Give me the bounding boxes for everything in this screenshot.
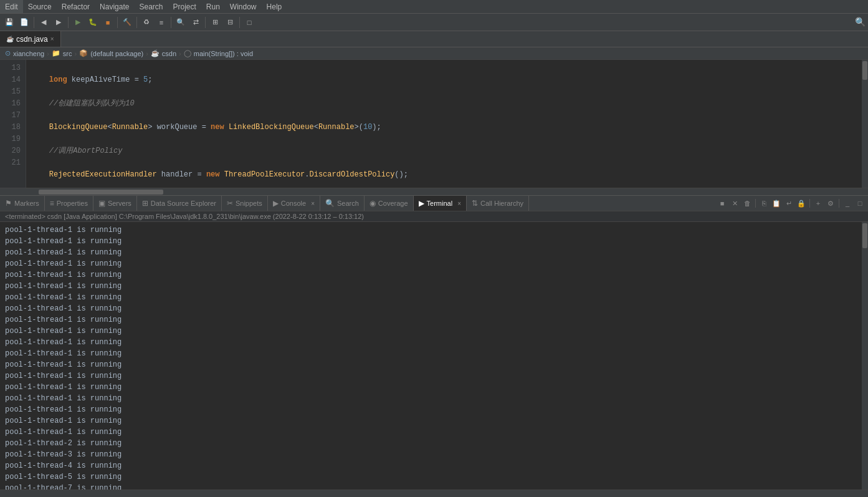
separator-1 [34,17,34,28]
toolbar-run[interactable]: ▶ [71,16,85,29]
h-scrollbar[interactable] [0,188,868,195]
editor-scrollbar-thumb[interactable] [862,61,867,80]
terminal-line: pool-1-thread-1 is running [5,427,857,438]
code-line-13: long keepAliveTime = 5; [31,74,862,86]
panel-tab-datasource[interactable]: ⊞ Data Source Explorer [137,196,222,211]
toolbar-save[interactable]: 💾 [2,16,16,29]
tab-close-btn[interactable]: × [50,36,54,42]
panel-tab-console[interactable]: ▶ Console × [268,196,320,211]
panel-tab-properties-label: Properties [57,200,88,207]
toolbar-search-code[interactable]: 🔍 [174,16,188,29]
panel-tab-terminal[interactable]: ▶ Terminal × [414,196,467,211]
terminal-line: pool-1-thread-1 is running [5,393,857,404]
panel-tab-coverage-label: Coverage [378,200,408,207]
terminal-line: pool-1-thread-1 is running [5,326,857,337]
terminal-output[interactable]: pool-1-thread-1 is runningpool-1-thread-… [0,222,862,490]
menu-window[interactable]: Window [225,0,262,13]
terminal-icon: ▶ [419,199,424,208]
terminal-line: pool-1-thread-1 is running [5,337,857,348]
separator-5 [171,17,171,28]
terminal-line: pool-1-thread-1 is running [5,258,857,269]
separator-6 [205,17,206,28]
panel-tab-servers[interactable]: ▣ Servers [93,196,137,211]
panel-tab-servers-label: Servers [108,200,131,207]
panel-settings-btn[interactable]: ⚙ [825,198,836,209]
toolbar-refactor[interactable]: ♻ [140,16,153,29]
terminal-scrollbar[interactable] [862,222,868,490]
menu-project[interactable]: Project [168,0,201,13]
toolbar: 💾 📄 ◀ ▶ ▶ 🐛 ■ 🔨 ♻ ≡ 🔍 ⇄ ⊞ ⊟ □ 🔍 [0,14,868,31]
menu-source[interactable]: Source [23,0,57,13]
panel-tab-callhierarchy[interactable]: ⇅ Call Hierarchy [467,196,529,211]
menu-search[interactable]: Search [134,0,168,13]
terminal-close[interactable]: × [457,200,461,207]
panel-tab-markers[interactable]: ⚑ Markers [0,196,45,211]
toolbar-debug[interactable]: 🐛 [86,16,100,29]
h-scrollbar-track[interactable] [1,190,867,195]
tab-csdn-java[interactable]: ☕ csdn.java × [0,31,61,47]
terminal-line: pool-1-thread-1 is running [5,281,857,292]
tab-label: csdn.java [16,35,48,44]
panel-tab-coverage[interactable]: ◉ Coverage [365,196,414,211]
panel-tab-terminal-label: Terminal [427,200,453,207]
toolbar-stop[interactable]: ■ [101,16,115,29]
panel-terminate-btn[interactable]: ■ [717,198,728,209]
h-scrollbar-thumb[interactable] [39,190,163,195]
panel-new-btn[interactable]: + [813,198,824,209]
code-content[interactable]: long keepAliveTime = 5; //创建阻塞队列队列为10 Bl… [26,60,862,188]
console-close[interactable]: × [311,200,315,207]
sep-p2 [809,199,810,208]
toolbar-back[interactable]: ◀ [37,16,50,29]
panel-tabs: ⚑ Markers ≡ Properties ▣ Servers ⊞ Data … [0,195,868,211]
terminal-line: pool-1-thread-1 is running [5,314,857,326]
editor-section: 13 14 15 16 17 18 19 20 21 long keepAliv… [0,60,868,195]
menu-edit[interactable]: Edit [0,0,23,13]
breadcrumb-default-pkg[interactable]: (default package) [90,50,143,57]
terminal-line: pool-1-thread-1 is running [5,269,857,281]
sep-p1 [755,199,756,208]
properties-icon: ≡ [50,199,54,208]
breadcrumb-xiancheng[interactable]: xiancheng [13,50,44,57]
terminal-h-scroll[interactable] [0,490,868,497]
toolbar-format[interactable]: ≡ [155,16,168,29]
panel-tab-search-label: Search [337,200,359,207]
breadcrumb-icon5: ◯ [184,49,191,57]
panel-clear-btn[interactable]: 🗑 [742,198,753,209]
snippets-icon: ✂ [227,199,233,208]
panel-tab-snippets[interactable]: ✂ Snippets [222,196,268,211]
tabbar: ☕ csdn.java × [0,31,868,47]
menu-run[interactable]: Run [201,0,225,13]
toolbar-build[interactable]: 🔨 [120,16,134,29]
breadcrumb-src[interactable]: src [63,50,72,57]
menu-navigate[interactable]: Navigate [95,0,134,13]
breadcrumb-main[interactable]: main(String[]) : void [194,50,253,57]
panel-wrap-btn[interactable]: ↵ [783,198,794,209]
terminal-scrollbar-thumb[interactable] [862,223,867,248]
bottom-panel-body: pool-1-thread-1 is runningpool-1-thread-… [0,222,868,490]
toolbar-maximize[interactable]: □ [242,16,256,29]
panel-tab-search[interactable]: 🔍 Search [320,196,365,211]
breadcrumb-icon: ⊙ [5,49,11,57]
panel-maximize-panel-btn[interactable]: □ [854,198,866,209]
panel-scroll-lock-btn[interactable]: 🔒 [796,198,807,209]
panel-minimize-btn[interactable]: _ [842,198,853,209]
line-numbers: 13 14 15 16 17 18 19 20 21 [0,60,26,188]
terminal-line: pool-1-thread-1 is running [5,382,857,393]
breadcrumb-icon3: 📦 [79,49,88,57]
code-editor[interactable]: 13 14 15 16 17 18 19 20 21 long keepAliv… [0,60,862,188]
panel-paste-btn[interactable]: 📋 [771,198,782,209]
toolbar-replace[interactable]: ⇄ [189,16,203,29]
editor-scrollbar-vertical[interactable] [862,60,868,188]
menu-help[interactable]: Help [262,0,287,13]
code-line-15: BlockingQueue<Runnable> workQueue = new … [31,122,862,133]
toolbar-forward[interactable]: ▶ [52,16,65,29]
panel-copy-btn[interactable]: ⎘ [758,198,770,209]
breadcrumb-csdn[interactable]: csdn [162,50,176,57]
menu-refactor[interactable]: Refactor [57,0,95,13]
panel-tab-properties[interactable]: ≡ Properties [45,196,93,211]
toolbar-new[interactable]: 📄 [17,16,31,29]
panel-terminate2-btn[interactable]: ✕ [729,198,740,209]
toolbar-open-perspective[interactable]: ⊟ [223,16,237,29]
terminal-line: pool-1-thread-1 is running [5,404,857,415]
toolbar-perspective[interactable]: ⊞ [208,16,222,29]
